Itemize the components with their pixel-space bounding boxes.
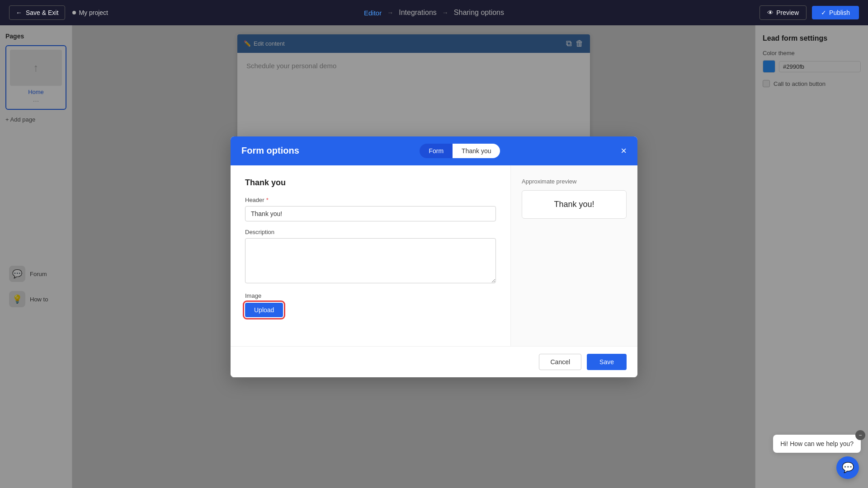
form-options-modal: Form options Form Thank you × Thank you … [231, 136, 637, 377]
eye-icon: 👁 [767, 9, 774, 16]
chat-bubble-button[interactable]: 💬 [836, 456, 859, 479]
preview-text: Thank you! [554, 200, 594, 209]
save-exit-button[interactable]: ← Save & Exit [9, 5, 65, 20]
description-textarea[interactable] [245, 238, 496, 283]
save-button[interactable]: Save [587, 354, 627, 370]
editor-link[interactable]: Editor [364, 9, 382, 17]
chat-message-text: Hi! How can we help you? [780, 440, 854, 447]
arrow-icon-1: → [387, 9, 393, 16]
integrations-link[interactable]: Integrations [399, 9, 437, 17]
required-star: * [266, 197, 269, 203]
preview-button[interactable]: 👁 Preview [760, 5, 807, 20]
modal-title: Form options [241, 145, 299, 156]
publish-button[interactable]: ✓ Publish [812, 6, 859, 19]
chat-icon: 💬 [842, 462, 854, 474]
chat-message: Hi! How can we help you? − [773, 435, 861, 453]
modal-footer: Cancel Save [231, 346, 637, 377]
publish-label: Publish [829, 9, 850, 16]
nav-steps: Editor → Integrations → Sharing options [364, 9, 504, 17]
modal-right-panel: Approximate preview Thank you! [511, 165, 637, 346]
cancel-button[interactable]: Cancel [539, 354, 581, 370]
preview-label: Approximate preview [522, 178, 627, 185]
navbar: ← Save & Exit My project Editor → Integr… [0, 0, 868, 25]
tab-form[interactable]: Form [420, 144, 453, 158]
modal-header: Form options Form Thank you × [231, 136, 637, 165]
preview-label: Preview [776, 9, 799, 16]
sharing-options-link[interactable]: Sharing options [454, 9, 504, 17]
save-exit-label: Save & Exit [26, 9, 58, 16]
project-name: My project [79, 9, 108, 16]
project-indicator: My project [72, 9, 108, 16]
modal-close-button[interactable]: × [621, 146, 627, 156]
project-dot [72, 11, 76, 14]
thank-you-section-title: Thank you [245, 178, 496, 188]
preview-box: Thank you! [522, 190, 627, 219]
chat-close-button[interactable]: − [855, 430, 865, 440]
header-field-label: Header * [245, 197, 496, 203]
tab-thankyou[interactable]: Thank you [453, 144, 500, 158]
nav-right: 👁 Preview ✓ Publish [760, 5, 859, 20]
upload-button[interactable]: Upload [245, 303, 283, 317]
modal-tabs: Form Thank you [420, 144, 500, 158]
back-arrow-icon: ← [16, 9, 22, 16]
header-input[interactable] [245, 206, 496, 221]
description-field-label: Description [245, 229, 496, 235]
modal-body: Thank you Header * Description Image [231, 165, 637, 346]
arrow-icon-2: → [442, 9, 448, 16]
modal-left-panel: Thank you Header * Description Image [231, 165, 511, 346]
modal-overlay: Form options Form Thank you × Thank you … [0, 25, 868, 488]
checkmark-icon: ✓ [821, 9, 826, 16]
image-field-label: Image [245, 292, 496, 299]
